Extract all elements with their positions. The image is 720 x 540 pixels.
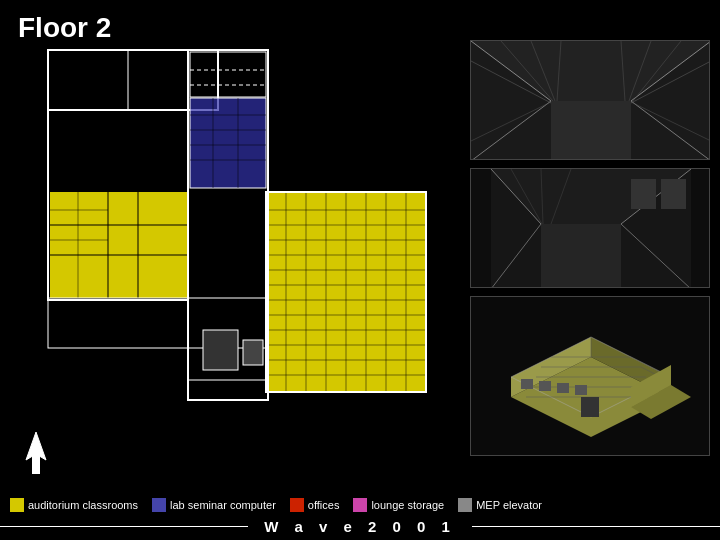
svg-rect-100 — [557, 383, 569, 393]
north-arrow — [18, 430, 54, 480]
floor-plan — [18, 40, 448, 440]
svg-rect-104 — [581, 397, 599, 417]
svg-rect-49 — [188, 380, 268, 400]
legend-mep: MEP elevator — [458, 498, 542, 512]
auditorium-swatch — [10, 498, 24, 512]
svg-rect-101 — [575, 385, 587, 395]
legend-lab-label: lab seminar computer — [170, 499, 276, 511]
legend-mep-label: MEP elevator — [476, 499, 542, 511]
svg-rect-81 — [661, 179, 686, 209]
legend-offices-label: offices — [308, 499, 340, 511]
svg-rect-4 — [50, 192, 188, 298]
corridor-render-2 — [470, 168, 710, 288]
legend: auditorium classrooms lab seminar comput… — [10, 498, 710, 512]
legend-offices: offices — [290, 498, 340, 512]
svg-marker-56 — [551, 101, 631, 160]
legend-auditorium: auditorium classrooms — [10, 498, 138, 512]
svg-marker-75 — [541, 224, 621, 288]
legend-lab: lab seminar computer — [152, 498, 276, 512]
mep-swatch — [458, 498, 472, 512]
lounge-swatch — [353, 498, 367, 512]
corridor-render-1 — [470, 40, 710, 160]
offices-swatch — [290, 498, 304, 512]
legend-lounge: lounge storage — [353, 498, 444, 512]
svg-rect-1 — [48, 50, 128, 110]
lab-swatch — [152, 498, 166, 512]
svg-rect-12 — [190, 52, 266, 97]
legend-auditorium-label: auditorium classrooms — [28, 499, 138, 511]
svg-rect-80 — [631, 179, 656, 209]
svg-rect-36 — [190, 98, 266, 188]
wave-line-right — [472, 526, 720, 527]
3d-model-panel — [470, 296, 710, 456]
svg-rect-51 — [32, 454, 40, 474]
svg-rect-47 — [243, 340, 263, 365]
wave-label: W a v e 2 0 0 1 — [248, 518, 472, 535]
right-panels — [470, 40, 710, 456]
wave-line-left — [0, 526, 248, 527]
svg-rect-98 — [521, 379, 533, 389]
svg-rect-99 — [539, 381, 551, 391]
wave-bar: W a v e 2 0 0 1 — [0, 512, 720, 540]
legend-lounge-label: lounge storage — [371, 499, 444, 511]
svg-rect-46 — [203, 330, 238, 370]
